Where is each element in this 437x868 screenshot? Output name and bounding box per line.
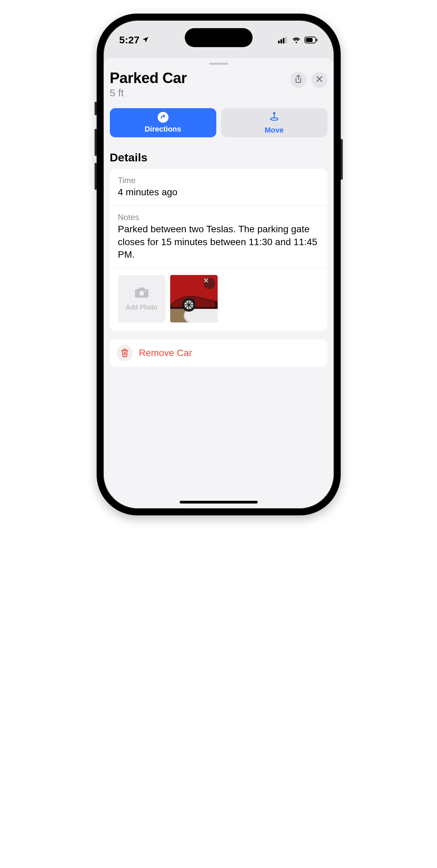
close-icon	[316, 76, 323, 84]
move-pin-icon	[269, 111, 279, 124]
remove-car-label: Remove Car	[139, 348, 192, 358]
move-button[interactable]: Move	[221, 108, 327, 137]
place-distance: 5 ft	[110, 87, 290, 99]
close-button[interactable]	[311, 72, 327, 88]
svg-rect-5	[306, 38, 313, 42]
svg-rect-6	[316, 39, 317, 41]
time-row: Time 4 minutes ago	[110, 169, 327, 206]
directions-icon	[158, 112, 168, 123]
remove-car-button[interactable]: Remove Car	[110, 339, 327, 367]
place-title: Parked Car	[110, 70, 290, 86]
svg-rect-2	[283, 38, 284, 43]
trash-icon	[117, 345, 133, 361]
dynamic-island	[185, 28, 253, 47]
time-value: 4 minutes ago	[118, 186, 319, 199]
place-card-sheet: Parked Car 5 ft	[104, 58, 334, 508]
share-icon	[295, 75, 302, 85]
directions-label: Directions	[145, 125, 181, 134]
delete-photo-button[interactable]	[203, 278, 215, 289]
home-indicator[interactable]	[180, 501, 258, 504]
notes-value: Parked between two Teslas. The parking g…	[118, 223, 319, 261]
add-photo-label: Add Photo	[126, 303, 157, 311]
photos-row: Add Photo	[110, 268, 327, 331]
battery-icon	[304, 34, 318, 46]
notes-row[interactable]: Notes Parked between two Teslas. The par…	[110, 206, 327, 268]
move-label: Move	[264, 126, 283, 135]
photo-thumbnail[interactable]	[170, 275, 218, 322]
screen: 5:27	[103, 20, 335, 509]
add-photo-button[interactable]: Add Photo	[118, 275, 165, 322]
svg-rect-1	[280, 39, 282, 43]
phone-frame: 5:27	[97, 14, 341, 515]
svg-point-8	[139, 291, 144, 296]
share-button[interactable]	[290, 72, 306, 88]
sheet-grabber[interactable]	[209, 63, 228, 65]
status-time: 5:27	[119, 34, 140, 46]
location-arrow-icon	[142, 34, 149, 46]
cellular-icon	[278, 34, 288, 46]
svg-rect-0	[278, 41, 280, 43]
notes-label: Notes	[118, 213, 319, 222]
details-card: Time 4 minutes ago Notes Parked between …	[110, 169, 327, 331]
wifi-icon	[292, 34, 301, 46]
directions-button[interactable]: Directions	[110, 108, 216, 137]
svg-point-9	[145, 290, 146, 292]
camera-icon	[134, 286, 149, 300]
svg-rect-3	[285, 37, 287, 43]
time-label: Time	[118, 176, 319, 185]
details-heading: Details	[110, 151, 327, 164]
